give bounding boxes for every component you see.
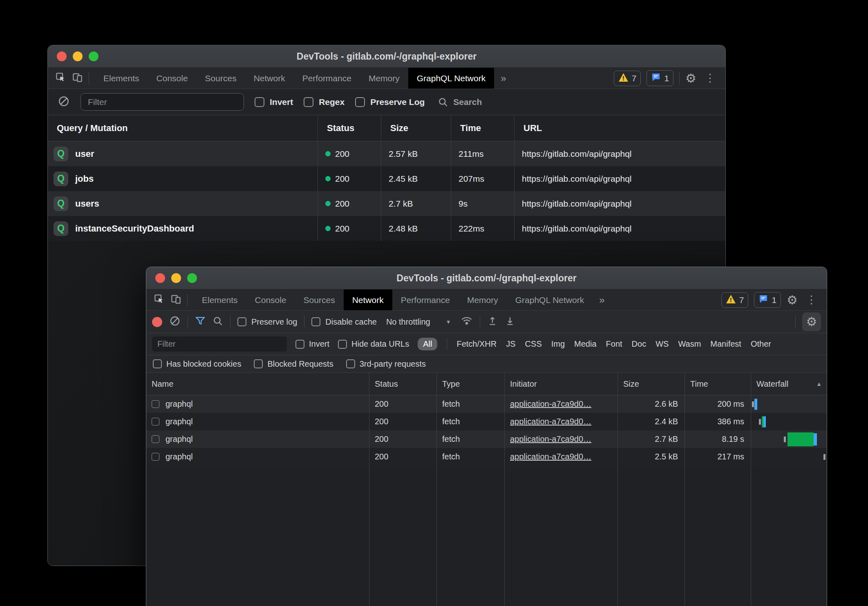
record-network-log-button[interactable] — [152, 317, 162, 327]
network-conditions-icon[interactable] — [461, 315, 473, 328]
column-header-time[interactable]: Time — [451, 115, 514, 141]
column-header-status[interactable]: Status — [369, 373, 436, 395]
block-clear-icon[interactable] — [58, 95, 70, 109]
column-header-initiator[interactable]: Initiator — [504, 373, 617, 395]
invert-checkbox[interactable] — [295, 340, 304, 349]
tab-memory[interactable]: Memory — [459, 290, 507, 310]
hide-data-urls-checkbox-item[interactable]: Hide data URLs — [338, 339, 409, 349]
invert-checkbox[interactable] — [255, 97, 264, 107]
settings-gear-icon[interactable]: ⚙ — [685, 72, 696, 85]
import-har-icon[interactable] — [487, 316, 498, 328]
type-filter-manifest[interactable]: Manifest — [710, 339, 741, 349]
column-header-size[interactable]: Size — [381, 115, 451, 141]
initiator-link[interactable]: application-a7ca9d0… — [510, 395, 591, 413]
type-filter-media[interactable]: Media — [574, 339, 596, 349]
tab-sources[interactable]: Sources — [197, 68, 245, 89]
messages-badge[interactable]: 1 — [647, 70, 673, 86]
tab-sources[interactable]: Sources — [295, 290, 344, 310]
disable-cache-checkbox-item[interactable]: Disable cache — [311, 317, 377, 327]
table-row[interactable]: Q user 200 2.57 kB 211ms https://gitlab.… — [48, 141, 725, 166]
tab-elements[interactable]: Elements — [193, 290, 246, 310]
warnings-badge[interactable]: 7 — [614, 71, 641, 86]
row-checkbox[interactable] — [152, 418, 159, 426]
table-row[interactable]: graphql 200 fetch application-a7ca9d0… 2… — [146, 413, 827, 430]
more-tabs-icon[interactable]: » — [593, 290, 611, 310]
settings-gear-icon[interactable]: ⚙ — [787, 294, 798, 306]
initiator-link[interactable]: application-a7ca9d0… — [510, 448, 591, 466]
preserve-log-checkbox-item[interactable]: Preserve log — [237, 317, 297, 327]
tab-graphql-network[interactable]: GraphQL Network — [408, 68, 494, 89]
type-filter-ws[interactable]: WS — [655, 339, 669, 349]
tab-console[interactable]: Console — [148, 68, 197, 89]
preserve-log-checkbox[interactable] — [237, 317, 246, 326]
kebab-menu-icon[interactable]: ⋮ — [702, 73, 718, 84]
row-checkbox[interactable] — [152, 400, 159, 408]
table-row[interactable]: Q jobs 200 2.45 kB 207ms https://gitlab.… — [48, 166, 725, 191]
network-filter-input[interactable] — [152, 336, 287, 352]
table-row[interactable]: graphql 200 fetch application-a7ca9d0… 2… — [146, 448, 827, 466]
disable-cache-checkbox[interactable] — [311, 317, 320, 326]
tab-elements[interactable]: Elements — [95, 68, 148, 89]
search-control[interactable]: Search — [438, 97, 482, 107]
kebab-menu-icon[interactable]: ⋮ — [803, 294, 819, 305]
regex-checkbox-item[interactable]: Regex — [304, 97, 345, 107]
preserve-log-checkbox[interactable] — [355, 97, 365, 107]
has-blocked-cookies-checkbox-item[interactable]: Has blocked cookies — [153, 359, 241, 369]
search-icon[interactable] — [213, 316, 223, 328]
type-filter-wasm[interactable]: Wasm — [678, 339, 701, 349]
table-row[interactable]: graphql 200 fetch application-a7ca9d0… 2… — [146, 395, 827, 413]
table-row[interactable]: Q users 200 2.7 kB 9s https://gitlab.com… — [48, 191, 725, 216]
network-settings-button[interactable]: ⚙ — [802, 312, 821, 331]
type-filter-doc[interactable]: Doc — [632, 339, 647, 349]
column-header-status[interactable]: Status — [318, 115, 381, 141]
type-filter-fetch-xhr[interactable]: Fetch/XHR — [456, 339, 497, 349]
row-checkbox[interactable] — [152, 435, 159, 443]
more-tabs-icon[interactable]: » — [494, 68, 512, 89]
clear-network-log-icon[interactable] — [169, 315, 181, 328]
device-toolbar-icon[interactable] — [72, 72, 83, 85]
tab-network[interactable]: Network — [245, 68, 294, 89]
column-header-waterfall[interactable]: Waterfall ▲ — [751, 373, 827, 395]
invert-checkbox-item[interactable]: Invert — [255, 97, 293, 107]
device-toolbar-icon[interactable] — [170, 294, 181, 306]
type-filter-font[interactable]: Font — [606, 339, 622, 349]
column-header-size[interactable]: Size — [617, 373, 685, 395]
blocked-requests-checkbox-item[interactable]: Blocked Requests — [254, 359, 333, 369]
table-row[interactable]: graphql 200 fetch application-a7ca9d0… 2… — [146, 430, 827, 448]
graphql-filter-input[interactable] — [81, 93, 244, 111]
column-header-name[interactable]: Name — [146, 373, 369, 395]
type-filter-js[interactable]: JS — [506, 339, 515, 349]
type-filter-all[interactable]: All — [418, 338, 437, 350]
type-filter-other[interactable]: Other — [751, 339, 771, 349]
column-header-url[interactable]: URL — [514, 115, 725, 141]
messages-badge[interactable]: 1 — [754, 292, 781, 308]
column-header-time[interactable]: Time — [685, 373, 751, 395]
column-header-type[interactable]: Type — [436, 373, 504, 395]
type-filter-css[interactable]: CSS — [525, 339, 542, 349]
column-header-query-mutation[interactable]: Query / Mutation — [48, 115, 318, 141]
tab-memory[interactable]: Memory — [360, 68, 408, 89]
tab-graphql-network[interactable]: GraphQL Network — [507, 290, 593, 310]
table-row[interactable]: Q instanceSecurityDashboard 200 2.48 kB … — [48, 216, 725, 241]
export-har-icon[interactable] — [505, 316, 515, 328]
invert-checkbox-item[interactable]: Invert — [295, 339, 329, 349]
type-filter-img[interactable]: Img — [551, 339, 565, 349]
initiator-link[interactable]: application-a7ca9d0… — [510, 413, 591, 430]
warnings-badge[interactable]: 7 — [721, 292, 749, 308]
preserve-log-checkbox-item[interactable]: Preserve Log — [355, 97, 425, 107]
regex-checkbox[interactable] — [304, 97, 313, 107]
third-party-requests-checkbox-item[interactable]: 3rd-party requests — [346, 359, 426, 369]
tab-network[interactable]: Network — [344, 290, 392, 310]
tab-performance[interactable]: Performance — [294, 68, 360, 89]
row-checkbox[interactable] — [152, 453, 159, 461]
tab-console[interactable]: Console — [246, 290, 295, 310]
blocked-requests-checkbox[interactable] — [254, 359, 263, 368]
hide-data-urls-checkbox[interactable] — [338, 340, 347, 349]
inspect-element-icon[interactable] — [55, 72, 66, 85]
inspect-element-icon[interactable] — [154, 294, 165, 306]
third-party-requests-checkbox[interactable] — [346, 359, 355, 368]
tab-performance[interactable]: Performance — [392, 290, 459, 310]
filter-funnel-icon[interactable] — [195, 316, 206, 328]
initiator-link[interactable]: application-a7ca9d0… — [510, 430, 591, 448]
throttling-dropdown[interactable]: No throttling ▼ — [384, 317, 454, 327]
